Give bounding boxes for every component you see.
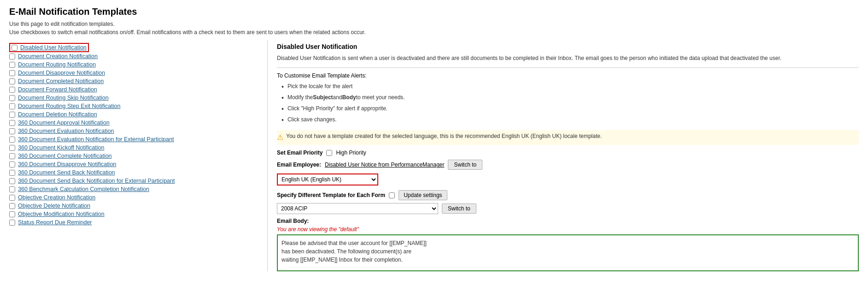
notification-checkbox-document-creation[interactable] bbox=[9, 54, 15, 60]
notification-link-document-routing[interactable]: Document Routing Notification bbox=[18, 61, 96, 68]
notification-item-document-routing[interactable]: Document Routing Notification bbox=[9, 60, 258, 69]
notification-link-document-routing-skip[interactable]: Document Routing Skip Notification bbox=[18, 95, 109, 101]
notification-checkbox-360-evaluation[interactable] bbox=[9, 128, 15, 134]
bullet-item-4: Click save changes. bbox=[282, 115, 859, 126]
notification-item-360-benchmark[interactable]: 360 Benchmark Calculation Completion Not… bbox=[9, 185, 258, 193]
notification-item-disabled-user[interactable]: Disabled User Notification bbox=[9, 43, 89, 52]
notification-checkbox-360-benchmark[interactable] bbox=[9, 186, 15, 192]
notification-link-objective-delete[interactable]: Objective Delete Notification bbox=[18, 203, 90, 209]
high-priority-checkbox[interactable] bbox=[326, 150, 332, 156]
notification-checkbox-document-deletion[interactable] bbox=[9, 112, 15, 118]
specify-checkbox[interactable] bbox=[389, 192, 395, 198]
notification-checkbox-document-completed[interactable] bbox=[9, 78, 15, 84]
notification-link-document-routing-step-exit[interactable]: Document Routing Step Exit Notification bbox=[18, 103, 120, 109]
notification-link-objective-creation[interactable]: Objective Creation Notification bbox=[18, 194, 95, 201]
notification-link-360-send-back[interactable]: 360 Document Send Back Notification bbox=[18, 169, 115, 176]
content-area: Disabled User Notification Document Crea… bbox=[0, 40, 868, 271]
notification-link-document-disapprove[interactable]: Document Disapprove Notification bbox=[18, 70, 105, 76]
locale-dropdown-wrapper: English UK (English UK) English US (Engl… bbox=[277, 173, 859, 185]
page-description: Use this page to edit notification templ… bbox=[9, 20, 859, 36]
notification-checkbox-objective-modification[interactable] bbox=[9, 211, 15, 217]
panel-title: Disabled User Notification bbox=[277, 43, 859, 50]
notification-item-status-report[interactable]: Status Report Due Reminder bbox=[9, 218, 258, 227]
priority-label: Set Email Priority bbox=[277, 150, 323, 156]
notification-checkbox-360-send-back-external[interactable] bbox=[9, 178, 15, 184]
notification-checkbox-status-report[interactable] bbox=[9, 220, 15, 226]
email-body-label: Email Body: bbox=[277, 218, 859, 224]
notification-item-360-evaluation[interactable]: 360 Document Evaluation Notification bbox=[9, 127, 258, 135]
left-panel: Disabled User Notification Document Crea… bbox=[9, 40, 267, 271]
notification-link-status-report[interactable]: Status Report Due Reminder bbox=[18, 219, 92, 226]
notification-item-360-approval[interactable]: 360 Document Approval Notification bbox=[9, 119, 258, 127]
notification-item-document-creation[interactable]: Document Creation Notification bbox=[9, 52, 258, 60]
bullet-item-2: Modify the Subject and Body to meet your… bbox=[282, 93, 859, 104]
notification-link-360-complete[interactable]: 360 Document Complete Notification bbox=[18, 153, 112, 159]
notification-checkbox-document-forward[interactable] bbox=[9, 87, 15, 93]
notification-checkbox-document-disapprove[interactable] bbox=[9, 70, 15, 76]
notification-item-objective-delete[interactable]: Objective Delete Notification bbox=[9, 202, 258, 210]
notification-link-360-evaluation[interactable]: 360 Document Evaluation Notification bbox=[18, 128, 114, 134]
notification-link-360-evaluation-external[interactable]: 360 Document Evaluation Notification for… bbox=[18, 136, 174, 143]
notification-item-document-routing-skip[interactable]: Document Routing Skip Notification bbox=[9, 94, 258, 102]
notification-link-360-benchmark[interactable]: 360 Benchmark Calculation Completion Not… bbox=[18, 186, 149, 192]
warning-box: ⚠ You do not have a template created for… bbox=[277, 130, 859, 145]
notification-item-document-forward[interactable]: Document Forward Notification bbox=[9, 85, 258, 94]
switch-to-button-form[interactable]: Switch to bbox=[442, 203, 476, 214]
notification-link-360-disapprove[interactable]: 360 Document Disapprove Notification bbox=[18, 161, 116, 167]
update-settings-button[interactable]: Update settings bbox=[399, 190, 447, 200]
notification-checkbox-360-kickoff[interactable] bbox=[9, 145, 15, 151]
notification-link-document-forward[interactable]: Document Forward Notification bbox=[18, 86, 97, 93]
email-employee-label: Email Employee: bbox=[277, 161, 321, 168]
right-panel: Disabled User Notification Disabled User… bbox=[267, 40, 859, 271]
bullet-list: Pick the locale for the alert Modify the… bbox=[277, 82, 859, 126]
customize-title: To Customise Email Template Alerts: bbox=[277, 72, 859, 79]
notification-item-objective-modification[interactable]: Objective Modification Notification bbox=[9, 210, 258, 218]
notification-checkbox-360-complete[interactable] bbox=[9, 153, 15, 159]
notification-checkbox-document-routing-step-exit[interactable] bbox=[9, 103, 15, 109]
notification-link-document-creation[interactable]: Document Creation Notification bbox=[18, 53, 98, 60]
switch-to-button-employee[interactable]: Switch to bbox=[448, 160, 482, 170]
locale-select[interactable]: English UK (English UK) English US (Engl… bbox=[277, 173, 378, 185]
notification-link-objective-modification[interactable]: Objective Modification Notification bbox=[18, 211, 105, 217]
notification-link-360-send-back-external[interactable]: 360 Document Send Back Notification for … bbox=[18, 178, 175, 184]
notification-item-360-complete[interactable]: 360 Document Complete Notification bbox=[9, 152, 258, 160]
notification-link-document-deletion[interactable]: Document Deletion Notification bbox=[18, 111, 97, 118]
notification-checkbox-disabled-user[interactable] bbox=[12, 45, 18, 51]
notification-list: Document Creation NotificationDocument R… bbox=[9, 52, 258, 227]
notification-checkbox-document-routing-skip[interactable] bbox=[9, 95, 15, 101]
warning-icon: ⚠ bbox=[277, 132, 283, 143]
notification-checkbox-objective-creation[interactable] bbox=[9, 195, 15, 201]
page-wrapper: E-Mail Notification Templates Use this p… bbox=[0, 0, 868, 305]
notification-checkbox-360-disapprove[interactable] bbox=[9, 161, 15, 167]
notification-item-360-send-back-external[interactable]: 360 Document Send Back Notification for … bbox=[9, 177, 258, 185]
notification-checkbox-360-send-back[interactable] bbox=[9, 170, 15, 176]
specify-label: Specify Different Template for Each Form bbox=[277, 192, 385, 198]
notification-item-document-completed[interactable]: Document Completed Notification bbox=[9, 77, 258, 85]
notification-item-360-evaluation-external[interactable]: 360 Document Evaluation Notification for… bbox=[9, 135, 258, 144]
notification-link-360-approval[interactable]: 360 Document Approval Notification bbox=[18, 120, 110, 126]
high-priority-label: High Priority bbox=[336, 150, 366, 156]
customize-section: To Customise Email Template Alerts: Pick… bbox=[277, 72, 859, 126]
email-employee-value: Disabled User Notice from PerformanceMan… bbox=[325, 161, 444, 168]
notification-item-document-deletion[interactable]: Document Deletion Notification bbox=[9, 110, 258, 119]
notification-item-objective-creation[interactable]: Objective Creation Notification bbox=[9, 193, 258, 202]
form-select-row: 2008 ACIP 2009 ACIP Annual Review Quarte… bbox=[277, 203, 859, 214]
notification-checkbox-document-routing[interactable] bbox=[9, 62, 15, 68]
notification-item-360-kickoff[interactable]: 360 Document Kickoff Notification bbox=[9, 144, 258, 152]
bullet-item-3: Click "High Priority" for alert if appro… bbox=[282, 104, 859, 115]
form-select[interactable]: 2008 ACIP 2009 ACIP Annual Review Quarte… bbox=[277, 203, 438, 214]
panel-description: Disabled User Notification is sent when … bbox=[277, 54, 859, 68]
notification-item-document-disapprove[interactable]: Document Disapprove Notification bbox=[9, 69, 258, 77]
notification-item-360-disapprove[interactable]: 360 Document Disapprove Notification bbox=[9, 160, 258, 168]
notification-checkbox-360-approval[interactable] bbox=[9, 120, 15, 126]
priority-row: Set Email Priority High Priority bbox=[277, 150, 859, 156]
notification-link-disabled-user[interactable]: Disabled User Notification bbox=[20, 44, 87, 51]
email-body-line2: has been deactivated. The following docu… bbox=[282, 247, 854, 256]
notification-checkbox-360-evaluation-external[interactable] bbox=[9, 137, 15, 143]
notification-link-360-kickoff[interactable]: 360 Document Kickoff Notification bbox=[18, 144, 104, 151]
default-notice: You are now viewing the "default" bbox=[277, 226, 859, 233]
notification-item-document-routing-step-exit[interactable]: Document Routing Step Exit Notification bbox=[9, 102, 258, 110]
notification-item-360-send-back[interactable]: 360 Document Send Back Notification bbox=[9, 168, 258, 177]
notification-link-document-completed[interactable]: Document Completed Notification bbox=[18, 78, 104, 84]
notification-checkbox-objective-delete[interactable] bbox=[9, 203, 15, 209]
